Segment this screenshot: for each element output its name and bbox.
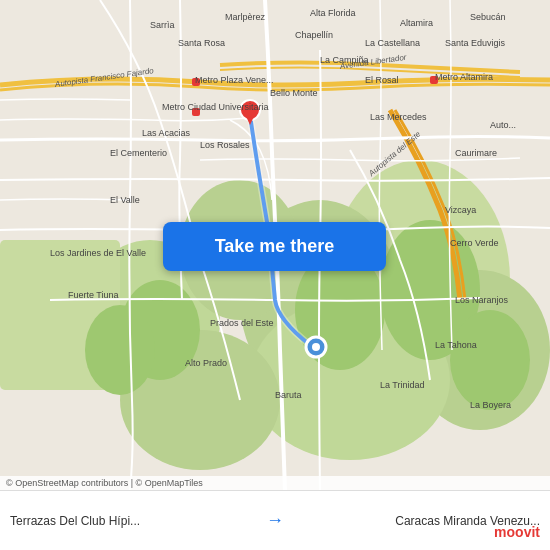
svg-point-13 xyxy=(85,305,155,395)
direction-arrow: → xyxy=(266,510,284,531)
moovit-logo: moovit xyxy=(494,524,540,540)
svg-rect-19 xyxy=(192,108,200,116)
svg-point-12 xyxy=(450,310,530,410)
svg-rect-20 xyxy=(430,76,438,84)
take-me-there-button[interactable]: Take me there xyxy=(163,222,386,271)
svg-point-17 xyxy=(312,343,320,351)
map-attribution: © OpenStreetMap contributors | © OpenMap… xyxy=(0,476,550,490)
from-location: Terrazas Del Club Hípi... xyxy=(10,514,256,528)
svg-rect-18 xyxy=(192,78,200,86)
map-container: SarrìaMarlpèrezAlta FloridaAltamiraSebuc… xyxy=(0,0,550,490)
bottom-bar: Terrazas Del Club Hípi... → Caracas Mira… xyxy=(0,490,550,550)
